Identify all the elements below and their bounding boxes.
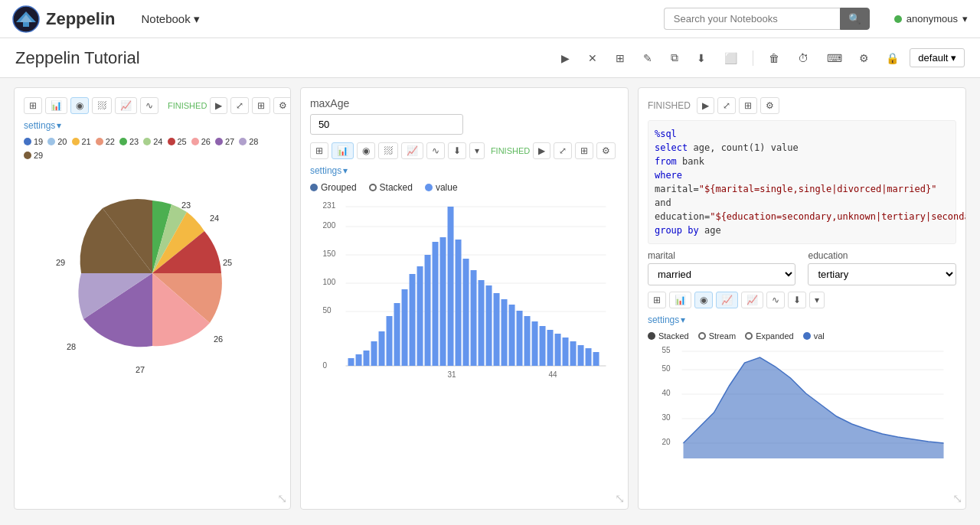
copy-button[interactable]: ⧉ [665, 47, 684, 68]
svg-rect-20 [386, 316, 392, 366]
legend-dot-19 [24, 138, 31, 145]
panel2-settings-link[interactable]: settings ▾ [310, 165, 619, 176]
delete-button[interactable]: 🗑 [763, 48, 786, 68]
legend-dot-24 [143, 138, 151, 145]
svg-rect-33 [485, 285, 492, 366]
notebook-menu-button[interactable]: Notebook ▾ [133, 8, 207, 31]
user-menu[interactable]: anonymous ▾ [894, 13, 968, 24]
p3-scatter-btn[interactable]: ∿ [766, 292, 785, 308]
interpreter-button[interactable]: default ▾ [910, 48, 965, 67]
svg-text:40: 40 [662, 389, 671, 397]
p3-table-btn[interactable]: ⊞ [648, 292, 666, 308]
legend-dot-28 [239, 138, 247, 145]
svg-rect-34 [493, 293, 499, 366]
marital-select[interactable]: married single divorced [648, 263, 796, 285]
area-view-btn[interactable]: ∿ [140, 97, 158, 114]
pie-view-btn[interactable]: ◉ [70, 97, 89, 114]
stacked-dot [648, 332, 655, 340]
line-view-btn[interactable]: 📈 [115, 97, 137, 114]
panel2-toolbar: ⊞ 📊 ◉ ⛆ 📈 ∿ ⬇ ▾ FINISHED ▶ ⤢ ⊞ ⚙ [310, 142, 619, 159]
search-input[interactable] [664, 8, 840, 30]
p2-pie-btn[interactable]: ◉ [357, 142, 375, 159]
p2-run-btn[interactable]: ▶ [533, 142, 550, 159]
keyboard-button[interactable]: ⌨ [821, 48, 848, 68]
p3-area-btn[interactable]: 📈 [716, 292, 738, 308]
schedule-button[interactable]: ⏱ [792, 48, 815, 68]
p2-bar-btn[interactable]: 📊 [332, 142, 354, 159]
stacked-label: Stacked [658, 331, 689, 341]
run-all-button[interactable]: ▶ [555, 48, 576, 68]
top-header: Zeppelin Notebook ▾ 🔍 anonymous ▾ [0, 0, 980, 38]
marital-label: marital [648, 250, 796, 261]
p2-more-btn[interactable]: ▾ [469, 142, 485, 159]
p2-gear-btn[interactable]: ⚙ [596, 142, 616, 159]
lock-button[interactable]: 🔒 [880, 48, 905, 68]
export-button[interactable]: ⬇ [691, 48, 712, 68]
education-select[interactable]: tertiary secondary primary unknown [808, 263, 956, 285]
svg-rect-47 [593, 352, 599, 366]
legend-value: value [425, 182, 458, 193]
svg-rect-22 [401, 289, 407, 366]
pie-label-28: 28 [67, 342, 76, 351]
svg-rect-15 [348, 358, 354, 366]
pie-label-24: 24 [210, 214, 219, 223]
bar-view-btn[interactable]: 📊 [45, 97, 67, 114]
svg-rect-35 [501, 299, 507, 366]
p3-bar-btn[interactable]: 📊 [669, 292, 691, 308]
p3-more2-btn[interactable]: ▾ [809, 292, 825, 308]
stop-button[interactable]: ✕ [582, 48, 603, 68]
edit-button[interactable]: ✎ [637, 48, 658, 68]
p3-expand-btn[interactable]: ⤢ [717, 97, 736, 114]
svg-text:20: 20 [662, 438, 671, 446]
p2-expand-btn[interactable]: ⤢ [554, 142, 572, 159]
pie-label-26: 26 [214, 334, 223, 344]
svg-rect-43 [562, 338, 568, 366]
settings-button[interactable]: ⚙ [853, 48, 875, 68]
area-chart-legend: Stacked Stream Expanded val [648, 331, 956, 341]
p2-download-btn[interactable]: ⬇ [448, 142, 466, 159]
p3-pie-btn[interactable]: ◉ [694, 292, 713, 308]
resize-handle-2[interactable]: ⤡ [615, 491, 625, 506]
p2-table-btn[interactable]: ⊞ [310, 142, 328, 159]
p3-run-btn[interactable]: ▶ [697, 97, 714, 114]
table-view-btn[interactable]: ⊞ [24, 97, 42, 114]
code-line-1: %sql [655, 127, 949, 141]
resize-handle-3[interactable]: ⤡ [952, 491, 962, 506]
p3-grid-btn[interactable]: ⊞ [739, 97, 757, 114]
maxage-input[interactable] [310, 114, 463, 135]
legend-item-24: 24 [143, 137, 162, 146]
panel1-expand-btn[interactable]: ⤢ [230, 97, 249, 114]
svg-rect-25 [424, 255, 430, 366]
svg-text:200: 200 [322, 221, 335, 230]
pie-label-25: 25 [223, 258, 232, 267]
svg-rect-17 [363, 351, 369, 366]
search-button[interactable]: 🔍 [840, 8, 870, 30]
area-chart-svg: 55 50 40 30 20 [648, 344, 956, 466]
panel2-status: FINISHED [491, 146, 530, 155]
p2-grid-btn[interactable]: ⊞ [575, 142, 593, 159]
panel1-grid-btn[interactable]: ⊞ [252, 97, 270, 114]
panel1-run-btn[interactable]: ▶ [210, 97, 227, 114]
svg-rect-46 [585, 348, 591, 366]
grid-button[interactable]: ⊞ [609, 48, 631, 68]
legend-stream: Stream [698, 331, 736, 341]
panel3-settings-link[interactable]: settings ▾ [648, 315, 956, 325]
clear-button[interactable]: ⬜ [718, 48, 743, 68]
p3-line-btn[interactable]: 📈 [741, 292, 763, 308]
p2-line-btn[interactable]: 📈 [401, 142, 423, 159]
panel1-settings-link[interactable]: settings ▾ [24, 120, 281, 131]
p3-download-btn[interactable]: ⬇ [788, 292, 806, 308]
p2-scatter-btn[interactable]: ⛆ [378, 142, 398, 159]
bar-chart-panel: maxAge ⊞ 📊 ◉ ⛆ 📈 ∿ ⬇ ▾ FINISHED ▶ ⤢ ⊞ ⚙ … [300, 87, 629, 510]
p3-gear-btn[interactable]: ⚙ [760, 97, 779, 114]
code-line-6: group by age [655, 223, 949, 237]
legend-stacked: Stacked [369, 182, 413, 193]
legend-item-27: 27 [215, 137, 234, 146]
resize-handle-1[interactable]: ⤡ [277, 491, 287, 506]
scatter-view-btn[interactable]: ⛆ [92, 97, 112, 114]
p2-area-btn[interactable]: ∿ [426, 142, 445, 159]
svg-rect-41 [547, 330, 553, 366]
panel1-settings-gear-btn[interactable]: ⚙ [273, 97, 291, 114]
svg-rect-23 [409, 274, 415, 366]
legend-item-28: 28 [239, 137, 258, 146]
